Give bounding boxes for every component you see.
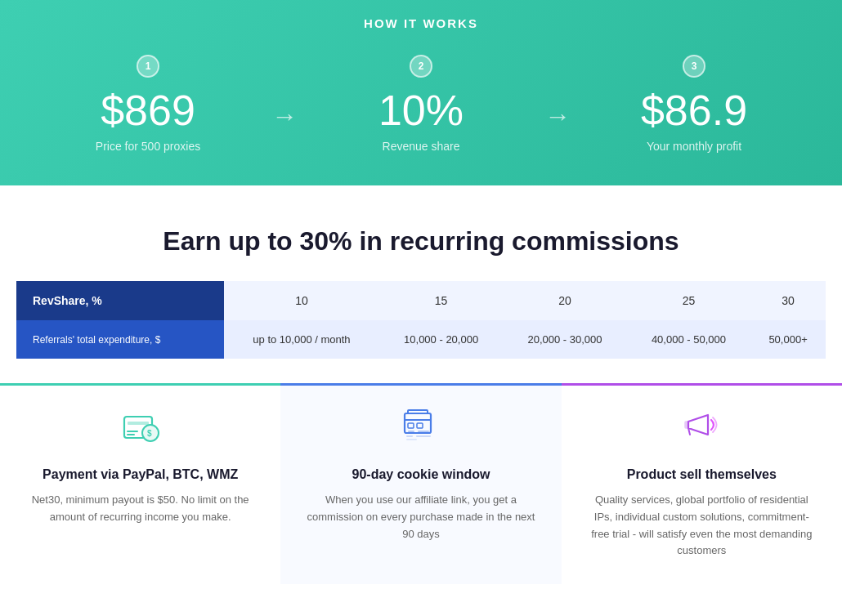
range-4: 40,000 - 50,000 bbox=[627, 320, 750, 359]
step-1-number: 1 bbox=[137, 55, 159, 78]
step-1-label: Price for 500 proxies bbox=[96, 140, 200, 153]
revshare-row: RevShare, % 10 15 20 25 30 bbox=[16, 281, 826, 320]
svg-rect-16 bbox=[685, 422, 688, 428]
feature-cookie: 90-day cookie window When you use our af… bbox=[280, 383, 561, 584]
svg-rect-7 bbox=[408, 410, 428, 413]
range-1: up to 10,000 / month bbox=[224, 320, 379, 359]
step-1: 1 $869 Price for 500 proxies bbox=[33, 55, 263, 153]
revshare-val-3: 20 bbox=[503, 281, 626, 320]
commissions-title: Earn up to 30% in recurring commissions bbox=[16, 226, 826, 257]
svg-rect-1 bbox=[128, 422, 149, 425]
revshare-header: RevShare, % bbox=[16, 281, 224, 320]
svg-rect-9 bbox=[408, 423, 414, 428]
section-title: HOW IT WORKS bbox=[33, 16, 809, 30]
cookie-desc: When you use our affiliate link, you get… bbox=[305, 492, 536, 542]
range-5: 50,000+ bbox=[750, 320, 826, 359]
cookie-icon bbox=[396, 402, 446, 451]
revshare-val-4: 25 bbox=[627, 281, 750, 320]
svg-rect-10 bbox=[417, 423, 423, 428]
product-desc: Quality services, global portfolio of re… bbox=[586, 492, 817, 560]
step-2-value: 10% bbox=[378, 89, 464, 132]
megaphone-icon bbox=[677, 402, 726, 451]
step-3-number: 3 bbox=[683, 55, 705, 78]
step-3-value: $86.9 bbox=[641, 89, 747, 132]
feature-payment: $ Payment via PayPal, BTC, WMZ Net30, mi… bbox=[0, 383, 280, 584]
expenditure-header: Referrals' total expenditure, $ bbox=[16, 320, 224, 359]
revshare-val-2: 15 bbox=[379, 281, 503, 320]
product-title: Product sell themselves bbox=[586, 467, 817, 482]
svg-rect-11 bbox=[408, 431, 414, 432]
feature-product: Product sell themselves Quality services… bbox=[562, 383, 842, 584]
revshare-val-1: 10 bbox=[224, 281, 379, 320]
step-3-label: Your monthly profit bbox=[647, 140, 741, 153]
svg-text:$: $ bbox=[147, 429, 152, 438]
arrow-1: → bbox=[271, 77, 298, 132]
payment-desc: Net30, minimum payout is $50. No limit o… bbox=[25, 492, 256, 526]
commissions-section: Earn up to 30% in recurring commissions … bbox=[0, 185, 842, 383]
range-3: 20,000 - 30,000 bbox=[503, 320, 626, 359]
payment-icon: $ bbox=[116, 402, 165, 451]
svg-rect-12 bbox=[418, 431, 429, 432]
svg-rect-15 bbox=[406, 439, 417, 440]
step-2: 2 10% Revenue share bbox=[306, 55, 536, 153]
step-2-label: Revenue share bbox=[383, 140, 460, 153]
steps-row: 1 $869 Price for 500 proxies → 2 10% Rev… bbox=[33, 55, 809, 153]
step-2-number: 2 bbox=[410, 55, 432, 78]
expenditure-row: Referrals' total expenditure, $ up to 10… bbox=[16, 320, 826, 359]
svg-rect-13 bbox=[406, 435, 413, 437]
range-2: 10,000 - 20,000 bbox=[379, 320, 503, 359]
revshare-table: RevShare, % 10 15 20 25 30 Referrals' to… bbox=[16, 281, 826, 359]
payment-title: Payment via PayPal, BTC, WMZ bbox=[25, 467, 256, 482]
revshare-val-5: 30 bbox=[750, 281, 826, 320]
arrow-2: → bbox=[544, 77, 571, 132]
how-it-works-section: HOW IT WORKS 1 $869 Price for 500 proxie… bbox=[0, 0, 842, 185]
cookie-title: 90-day cookie window bbox=[305, 467, 536, 482]
step-3: 3 $86.9 Your monthly profit bbox=[579, 55, 809, 153]
features-section: $ Payment via PayPal, BTC, WMZ Net30, mi… bbox=[0, 383, 842, 600]
svg-rect-14 bbox=[416, 435, 431, 437]
step-1-value: $869 bbox=[101, 89, 195, 132]
